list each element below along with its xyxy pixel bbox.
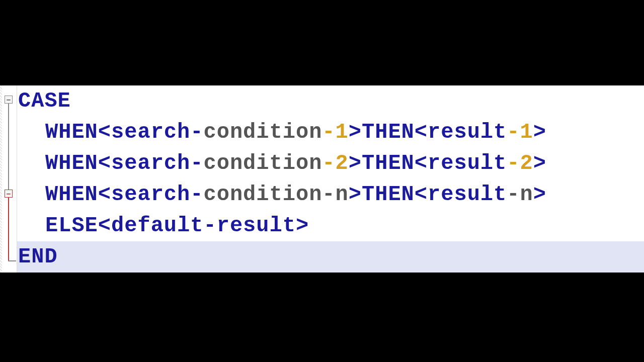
keyword-when: WHEN — [45, 120, 98, 144]
dash: - — [507, 151, 520, 175]
angle-bracket: > — [533, 120, 546, 144]
angle-bracket: < — [98, 183, 111, 207]
ident-condition: condition — [204, 183, 323, 207]
literal-number: 2 — [336, 151, 349, 175]
angle-bracket: > — [349, 151, 362, 175]
angle-bracket: > — [349, 183, 362, 207]
literal-number: 2 — [520, 151, 533, 175]
code-line: WHEN <search-condition-2> THEN <result-2… — [17, 148, 644, 179]
keyword-else: ELSE — [45, 214, 98, 238]
fold-guide-end — [8, 260, 16, 261]
angle-bracket: > — [349, 120, 362, 144]
code-line-current: END — [17, 241, 644, 273]
ident-n: n — [336, 183, 349, 207]
angle-bracket: < — [98, 120, 111, 144]
angle-bracket: < — [98, 214, 111, 238]
fold-toggle-icon[interactable]: − — [5, 96, 13, 104]
keyword-then: THEN — [362, 183, 415, 207]
ident-condition: condition — [204, 151, 323, 175]
literal-number: 1 — [336, 120, 349, 144]
dash: - — [190, 151, 203, 175]
dash: - — [507, 120, 520, 144]
code-content[interactable]: CASE WHEN <search-condition-1> THEN <res… — [17, 85, 644, 273]
angle-bracket: < — [415, 151, 428, 175]
ident-search: search — [111, 151, 190, 175]
dash: - — [507, 183, 520, 207]
gutter-margin — [0, 85, 2, 273]
ident-result: result — [217, 214, 296, 238]
angle-bracket: > — [296, 214, 309, 238]
code-line: ELSE <default-result> — [17, 210, 644, 241]
ident-result: result — [428, 183, 507, 207]
code-line: CASE — [17, 85, 644, 117]
ident-search: search — [111, 120, 190, 144]
keyword-then: THEN — [362, 151, 415, 175]
angle-bracket: < — [415, 120, 428, 144]
ident-result: result — [428, 151, 507, 175]
fold-guide-line-inner — [8, 198, 9, 261]
dash: - — [190, 183, 203, 207]
keyword-when: WHEN — [45, 151, 98, 175]
ident-condition: condition — [204, 120, 323, 144]
dash: - — [322, 183, 335, 207]
ident-search: search — [111, 183, 190, 207]
keyword-end: END — [18, 245, 58, 269]
dash: - — [322, 120, 335, 144]
code-editor: − − CASE WHEN <search-condition-1> THEN … — [0, 85, 644, 273]
keyword-when: WHEN — [45, 183, 98, 207]
dash: - — [203, 214, 216, 238]
ident-n: n — [520, 183, 533, 207]
literal-number: 1 — [520, 120, 533, 144]
angle-bracket: > — [533, 151, 546, 175]
angle-bracket: > — [533, 183, 546, 207]
code-line: WHEN <search-condition-n> THEN <result-n… — [17, 179, 644, 210]
ident-result: result — [428, 120, 507, 144]
fold-toggle-icon[interactable]: − — [5, 190, 13, 198]
keyword-then: THEN — [362, 120, 415, 144]
angle-bracket: < — [98, 151, 111, 175]
dash: - — [190, 120, 203, 144]
keyword-case: CASE — [18, 89, 71, 113]
angle-bracket: < — [415, 183, 428, 207]
dash: - — [322, 151, 335, 175]
code-gutter: − − — [0, 85, 17, 273]
code-line: WHEN <search-condition-1> THEN <result-1… — [17, 117, 644, 148]
ident-default: default — [111, 214, 203, 238]
